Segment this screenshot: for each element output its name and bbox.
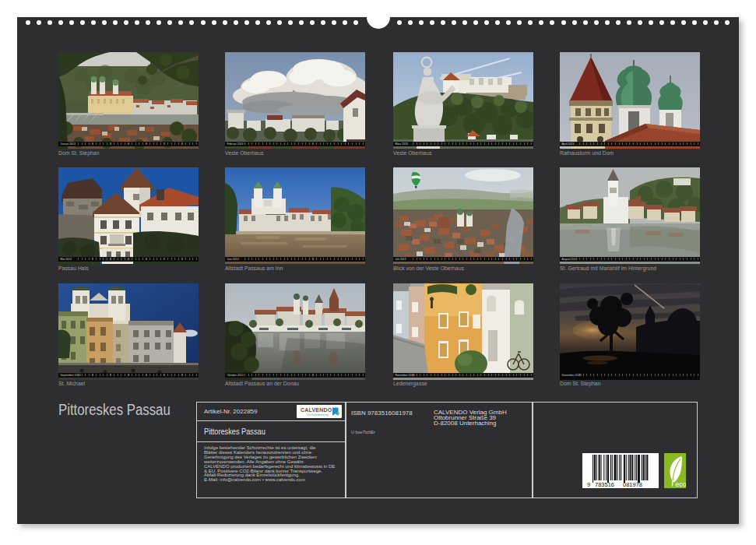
svg-text:081978: 081978: [623, 481, 642, 488]
svg-text:783516: 783516: [595, 481, 614, 488]
svg-text:eco: eco: [676, 480, 687, 488]
svg-text:9: 9: [587, 481, 590, 488]
